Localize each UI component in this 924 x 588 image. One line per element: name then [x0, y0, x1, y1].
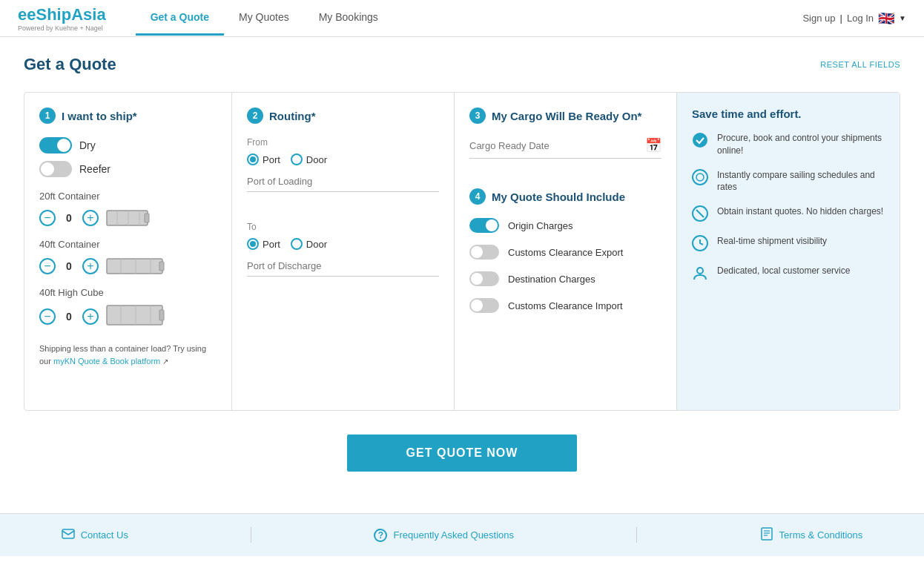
footer-divider-2	[636, 527, 637, 543]
container-40ft-hc-counter: − 0 +	[39, 304, 217, 329]
reefer-label: Reefer	[79, 163, 110, 175]
container-40ft-hc-val: 0	[63, 311, 75, 323]
section3-num: 3	[469, 108, 486, 124]
person-icon	[692, 265, 710, 283]
flag-icon[interactable]: 🇬🇧	[878, 10, 894, 27]
container-40ft-val: 0	[63, 260, 75, 272]
sidebar-item-3: Real-time shipment visibility	[692, 235, 885, 253]
customs-export-label: Customs Clearance Export	[508, 247, 623, 258]
destination-charges-toggle[interactable]	[469, 271, 499, 286]
page-header: Get a Quote RESET ALL FIELDS	[24, 55, 900, 74]
dry-label: Dry	[79, 139, 96, 151]
container-40ft: 40ft Container − 0 +	[39, 239, 217, 277]
svg-rect-11	[159, 310, 164, 320]
nav-my-bookings[interactable]: My Bookings	[304, 1, 393, 36]
main-page: Get a Quote RESET ALL FIELDS 1 I want to…	[0, 37, 924, 513]
section-routing: 2 Routing* From Port Door	[232, 93, 455, 410]
svg-line-19	[696, 210, 704, 217]
container-40ft-icon	[106, 256, 165, 277]
container-20ft-counter: − 0 +	[39, 208, 217, 228]
reefer-toggle[interactable]	[39, 161, 72, 177]
footer-divider-1	[251, 527, 251, 543]
from-port-option[interactable]: Port	[247, 153, 280, 165]
svg-point-15	[693, 133, 707, 148]
compare-icon	[692, 169, 710, 187]
logo-sub: Powered by Kuehne + Nagel	[18, 24, 106, 32]
dry-toggle-row: Dry	[39, 137, 217, 153]
container-20ft-plus[interactable]: +	[82, 210, 99, 226]
sign-up-link[interactable]: Sign up	[802, 13, 835, 24]
container-40ft-hc: 40ft High Cube − 0 +	[39, 287, 217, 329]
quote-item-2: Destination Charges	[469, 271, 661, 286]
section2-num: 2	[247, 108, 263, 124]
to-port-option[interactable]: Port	[247, 238, 280, 250]
section2-title: Routing*	[269, 110, 315, 122]
get-quote-button[interactable]: GET QUOTE NOW	[347, 435, 578, 472]
section-ship-type: 1 I want to ship* Dry Reefer 20ft Contai…	[24, 93, 232, 410]
contact-icon	[62, 527, 75, 543]
destination-charges-label: Destination Charges	[508, 274, 595, 285]
footer-contact[interactable]: Contact Us	[62, 527, 128, 543]
footer-terms[interactable]: Terms & Conditions	[760, 527, 863, 543]
to-port-radio[interactable]	[247, 238, 259, 250]
to-door-label: Door	[306, 239, 327, 250]
container-40ft-plus[interactable]: +	[82, 258, 99, 274]
faq-icon: ?	[374, 529, 387, 542]
to-port-door: Port Door	[247, 238, 439, 250]
svg-rect-23	[762, 528, 772, 540]
clock-icon	[692, 235, 710, 253]
calendar-icon[interactable]: 📅	[645, 137, 661, 153]
container-40ft-hc-minus[interactable]: −	[39, 308, 56, 325]
from-door-label: Door	[306, 154, 327, 165]
port-of-loading-input[interactable]	[247, 171, 439, 192]
from-door-option[interactable]: Door	[291, 153, 327, 165]
svg-rect-0	[107, 211, 148, 225]
container-20ft-minus[interactable]: −	[39, 210, 56, 226]
terms-icon	[760, 527, 773, 543]
log-in-link[interactable]: Log In	[847, 13, 874, 24]
quote-item-0: Origin Charges	[469, 218, 661, 233]
logo: eeShipAsia Powered by Kuehne + Nagel	[18, 5, 106, 32]
footer-faq[interactable]: ? Frequently Asked Questions	[374, 527, 514, 543]
section4-header: 4 My Quote Should Include	[469, 188, 661, 205]
reset-all-link[interactable]: RESET ALL FIELDS	[820, 60, 900, 69]
lcl-icon: ↗	[162, 357, 168, 366]
logo-e: e	[18, 5, 27, 24]
logo-text: eeShipAsia	[18, 5, 106, 24]
container-20ft-val: 0	[63, 212, 75, 224]
sidebar-text-0: Procure, book and control your shipments…	[717, 132, 885, 157]
from-door-radio[interactable]	[291, 153, 303, 165]
footer-terms-label: Terms & Conditions	[779, 529, 863, 541]
container-40ft-label: 40ft Container	[39, 239, 217, 250]
container-40ft-counter: − 0 +	[39, 256, 217, 277]
section1-num: 1	[39, 108, 56, 124]
nav-get-quote[interactable]: Get a Quote	[136, 1, 224, 36]
origin-charges-toggle[interactable]	[469, 218, 499, 233]
from-port-radio[interactable]	[247, 153, 259, 165]
to-door-option[interactable]: Door	[291, 238, 327, 250]
container-40ft-hc-icon	[106, 304, 165, 329]
section4-title: My Quote Should Include	[492, 191, 625, 203]
container-40ft-hc-plus[interactable]: +	[82, 308, 99, 325]
lcl-link[interactable]: myKN Quote & Book platform	[53, 357, 160, 366]
sidebar-text-1: Instantly compare sailing schedules and …	[717, 169, 885, 194]
port-of-discharge-input[interactable]	[247, 256, 439, 277]
from-port-label: Port	[263, 154, 280, 165]
main-grid: 1 I want to ship* Dry Reefer 20ft Contai…	[24, 92, 900, 411]
container-40ft-minus[interactable]: −	[39, 258, 56, 274]
page-title: Get a Quote	[24, 55, 116, 74]
nav-my-quotes[interactable]: My Quotes	[224, 1, 304, 36]
customs-export-toggle[interactable]	[469, 245, 499, 260]
language-dropdown-icon[interactable]: ▼	[899, 14, 906, 22]
customs-import-toggle[interactable]	[469, 298, 499, 313]
origin-charges-label: Origin Charges	[508, 220, 572, 231]
to-door-radio[interactable]	[291, 238, 303, 250]
cargo-date-input[interactable]	[469, 140, 645, 151]
navbar: eeShipAsia Powered by Kuehne + Nagel Get…	[0, 0, 924, 37]
nav-right: Sign up | Log In 🇬🇧 ▼	[802, 10, 906, 27]
footer-contact-label: Contact Us	[81, 529, 128, 541]
sidebar-text-2: Obtain instant quotes. No hidden charges…	[717, 205, 883, 218]
svg-point-16	[693, 170, 707, 185]
container-20ft: 20ft Container − 0 +	[39, 191, 217, 228]
dry-toggle[interactable]	[39, 137, 72, 153]
